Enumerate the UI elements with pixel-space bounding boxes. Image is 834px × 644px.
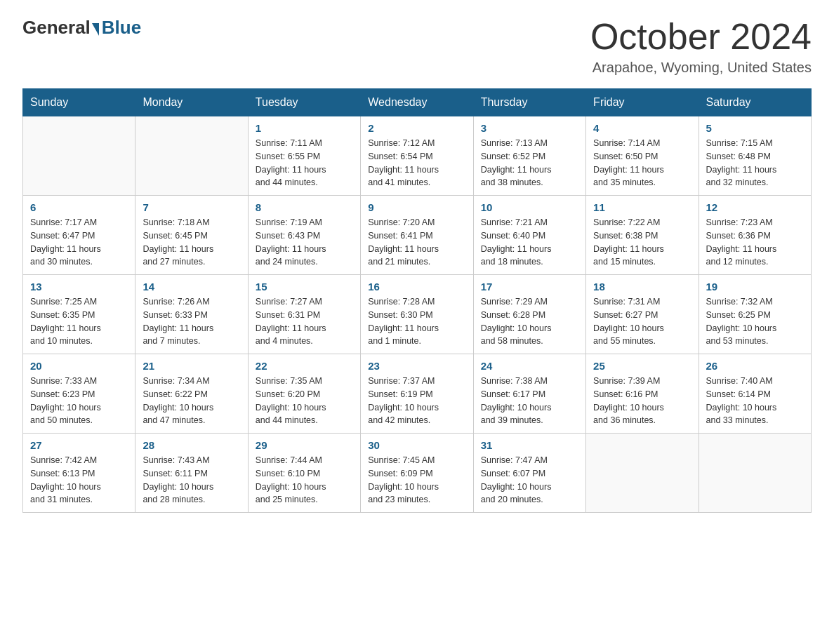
calendar-cell: 10Sunrise: 7:21 AM Sunset: 6:40 PM Dayli…	[473, 196, 585, 275]
day-of-week-monday: Monday	[135, 89, 248, 116]
calendar-cell: 17Sunrise: 7:29 AM Sunset: 6:28 PM Dayli…	[473, 275, 585, 354]
logo-text: General Blue	[22, 17, 141, 39]
day-number: 29	[256, 439, 353, 451]
day-info: Sunrise: 7:18 AM Sunset: 6:45 PM Dayligh…	[143, 216, 240, 269]
day-info: Sunrise: 7:11 AM Sunset: 6:55 PM Dayligh…	[256, 137, 353, 189]
location-title: Arapahoe, Wyoming, United States	[590, 60, 812, 76]
day-number: 1	[256, 122, 353, 134]
calendar-table: SundayMondayTuesdayWednesdayThursdayFrid…	[22, 88, 812, 513]
calendar-week-row: 6Sunrise: 7:17 AM Sunset: 6:47 PM Daylig…	[23, 196, 812, 275]
day-number: 12	[706, 201, 804, 213]
day-number: 9	[368, 201, 465, 213]
logo-blue-text: Blue	[102, 17, 141, 39]
calendar-cell: 15Sunrise: 7:27 AM Sunset: 6:31 PM Dayli…	[248, 275, 360, 354]
day-number: 21	[143, 360, 240, 372]
calendar-week-row: 27Sunrise: 7:42 AM Sunset: 6:13 PM Dayli…	[23, 434, 812, 513]
day-number: 17	[481, 281, 578, 293]
calendar-cell: 5Sunrise: 7:15 AM Sunset: 6:48 PM Daylig…	[699, 116, 811, 196]
day-info: Sunrise: 7:15 AM Sunset: 6:48 PM Dayligh…	[706, 137, 804, 189]
day-info: Sunrise: 7:29 AM Sunset: 6:28 PM Dayligh…	[481, 295, 578, 348]
day-number: 23	[368, 360, 465, 372]
calendar-cell: 27Sunrise: 7:42 AM Sunset: 6:13 PM Dayli…	[23, 434, 135, 513]
calendar-week-row: 20Sunrise: 7:33 AM Sunset: 6:23 PM Dayli…	[23, 354, 812, 434]
day-info: Sunrise: 7:23 AM Sunset: 6:36 PM Dayligh…	[706, 216, 804, 269]
day-info: Sunrise: 7:27 AM Sunset: 6:31 PM Dayligh…	[256, 295, 353, 348]
day-info: Sunrise: 7:45 AM Sunset: 6:09 PM Dayligh…	[368, 454, 465, 507]
day-of-week-thursday: Thursday	[473, 89, 585, 116]
calendar-cell: 3Sunrise: 7:13 AM Sunset: 6:52 PM Daylig…	[473, 116, 585, 196]
day-info: Sunrise: 7:22 AM Sunset: 6:38 PM Dayligh…	[593, 216, 691, 269]
day-info: Sunrise: 7:42 AM Sunset: 6:13 PM Dayligh…	[30, 454, 128, 507]
page-header: General Blue October 2024 Arapahoe, Wyom…	[22, 17, 812, 76]
day-number: 5	[706, 122, 804, 134]
calendar-cell: 11Sunrise: 7:22 AM Sunset: 6:38 PM Dayli…	[586, 196, 699, 275]
calendar-cell: 23Sunrise: 7:37 AM Sunset: 6:19 PM Dayli…	[361, 354, 473, 434]
day-number: 31	[481, 439, 578, 451]
calendar-week-row: 13Sunrise: 7:25 AM Sunset: 6:35 PM Dayli…	[23, 275, 812, 354]
day-info: Sunrise: 7:26 AM Sunset: 6:33 PM Dayligh…	[143, 295, 240, 348]
day-of-week-saturday: Saturday	[699, 89, 811, 116]
day-number: 13	[30, 281, 128, 293]
day-info: Sunrise: 7:38 AM Sunset: 6:17 PM Dayligh…	[481, 375, 578, 427]
day-number: 22	[256, 360, 353, 372]
day-info: Sunrise: 7:35 AM Sunset: 6:20 PM Dayligh…	[256, 375, 353, 427]
day-of-week-friday: Friday	[586, 89, 699, 116]
calendar-cell: 26Sunrise: 7:40 AM Sunset: 6:14 PM Dayli…	[699, 354, 811, 434]
calendar-cell: 8Sunrise: 7:19 AM Sunset: 6:43 PM Daylig…	[248, 196, 360, 275]
day-number: 16	[368, 281, 465, 293]
title-block: October 2024 Arapahoe, Wyoming, United S…	[590, 17, 812, 76]
day-number: 18	[593, 281, 691, 293]
day-number: 11	[593, 201, 691, 213]
day-number: 28	[143, 439, 240, 451]
calendar-cell: 22Sunrise: 7:35 AM Sunset: 6:20 PM Dayli…	[248, 354, 360, 434]
day-number: 25	[593, 360, 691, 372]
calendar-cell: 28Sunrise: 7:43 AM Sunset: 6:11 PM Dayli…	[135, 434, 248, 513]
calendar-cell: 4Sunrise: 7:14 AM Sunset: 6:50 PM Daylig…	[586, 116, 699, 196]
calendar-cell: 7Sunrise: 7:18 AM Sunset: 6:45 PM Daylig…	[135, 196, 248, 275]
logo-general-text: General	[22, 17, 91, 39]
day-info: Sunrise: 7:21 AM Sunset: 6:40 PM Dayligh…	[481, 216, 578, 269]
day-number: 15	[256, 281, 353, 293]
calendar-cell: 20Sunrise: 7:33 AM Sunset: 6:23 PM Dayli…	[23, 354, 135, 434]
calendar-cell	[699, 434, 811, 513]
day-info: Sunrise: 7:13 AM Sunset: 6:52 PM Dayligh…	[481, 137, 578, 189]
day-number: 19	[706, 281, 804, 293]
calendar-cell: 12Sunrise: 7:23 AM Sunset: 6:36 PM Dayli…	[699, 196, 811, 275]
calendar-cell: 31Sunrise: 7:47 AM Sunset: 6:07 PM Dayli…	[473, 434, 585, 513]
logo: General Blue	[22, 17, 141, 39]
day-info: Sunrise: 7:31 AM Sunset: 6:27 PM Dayligh…	[593, 295, 691, 348]
calendar-header-row: SundayMondayTuesdayWednesdayThursdayFrid…	[23, 89, 812, 116]
day-number: 27	[30, 439, 128, 451]
day-of-week-tuesday: Tuesday	[248, 89, 360, 116]
calendar-cell: 14Sunrise: 7:26 AM Sunset: 6:33 PM Dayli…	[135, 275, 248, 354]
day-info: Sunrise: 7:43 AM Sunset: 6:11 PM Dayligh…	[143, 454, 240, 507]
day-number: 3	[481, 122, 578, 134]
day-info: Sunrise: 7:19 AM Sunset: 6:43 PM Dayligh…	[256, 216, 353, 269]
calendar-cell: 18Sunrise: 7:31 AM Sunset: 6:27 PM Dayli…	[586, 275, 699, 354]
day-number: 4	[593, 122, 691, 134]
day-of-week-sunday: Sunday	[23, 89, 135, 116]
calendar-cell	[23, 116, 135, 196]
day-info: Sunrise: 7:32 AM Sunset: 6:25 PM Dayligh…	[706, 295, 804, 348]
calendar-cell: 13Sunrise: 7:25 AM Sunset: 6:35 PM Dayli…	[23, 275, 135, 354]
calendar-cell: 25Sunrise: 7:39 AM Sunset: 6:16 PM Dayli…	[586, 354, 699, 434]
day-number: 2	[368, 122, 465, 134]
day-info: Sunrise: 7:44 AM Sunset: 6:10 PM Dayligh…	[256, 454, 353, 507]
day-info: Sunrise: 7:47 AM Sunset: 6:07 PM Dayligh…	[481, 454, 578, 507]
day-info: Sunrise: 7:25 AM Sunset: 6:35 PM Dayligh…	[30, 295, 128, 348]
calendar-cell: 6Sunrise: 7:17 AM Sunset: 6:47 PM Daylig…	[23, 196, 135, 275]
calendar-cell	[586, 434, 699, 513]
calendar-cell: 2Sunrise: 7:12 AM Sunset: 6:54 PM Daylig…	[361, 116, 473, 196]
calendar-week-row: 1Sunrise: 7:11 AM Sunset: 6:55 PM Daylig…	[23, 116, 812, 196]
day-number: 8	[256, 201, 353, 213]
logo-triangle-icon	[92, 23, 99, 36]
day-info: Sunrise: 7:37 AM Sunset: 6:19 PM Dayligh…	[368, 375, 465, 427]
day-info: Sunrise: 7:34 AM Sunset: 6:22 PM Dayligh…	[143, 375, 240, 427]
day-number: 24	[481, 360, 578, 372]
calendar-cell	[135, 116, 248, 196]
calendar-cell: 24Sunrise: 7:38 AM Sunset: 6:17 PM Dayli…	[473, 354, 585, 434]
day-info: Sunrise: 7:12 AM Sunset: 6:54 PM Dayligh…	[368, 137, 465, 189]
day-number: 30	[368, 439, 465, 451]
day-of-week-wednesday: Wednesday	[361, 89, 473, 116]
day-number: 6	[30, 201, 128, 213]
